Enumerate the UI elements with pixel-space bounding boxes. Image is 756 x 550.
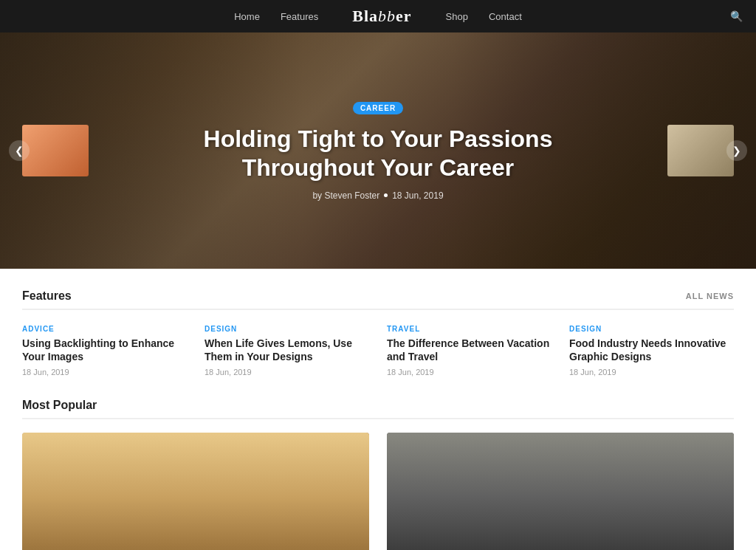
meta-separator <box>384 193 388 197</box>
features-title: Features <box>22 289 72 303</box>
chevron-left-icon: ❮ <box>15 145 24 157</box>
popular-card-1[interactable]: CAREER There Is No Way People Can Take T… <box>387 433 734 550</box>
features-grid: ADVICE Using Backlighting to Enhance You… <box>22 325 734 377</box>
all-news-link[interactable]: ALL NEWS <box>686 292 734 300</box>
chevron-right-icon: ❯ <box>732 145 741 157</box>
feature-title: The Difference Between Vacation and Trav… <box>387 337 551 363</box>
hero-thumbnail-left[interactable] <box>22 125 89 176</box>
feature-item-3[interactable]: DESIGN Food Industry Needs Innovative Gr… <box>569 325 734 377</box>
hero-title: Holding Tight to Your Passions Throughou… <box>171 125 585 182</box>
feature-title: When Life Gives Lemons, Use Them in Your… <box>205 337 369 363</box>
feature-item-0[interactable]: ADVICE Using Backlighting to Enhance You… <box>22 325 187 377</box>
popular-section: Most Popular IDEAS On Our Way to Give Yo… <box>0 391 756 550</box>
popular-card-bg-0 <box>22 433 369 550</box>
feature-item-2[interactable]: TRAVEL The Difference Between Vacation a… <box>387 325 551 377</box>
popular-grid: IDEAS On Our Way to Give You the Best Id… <box>22 433 734 550</box>
nav-features[interactable]: Features <box>281 11 318 22</box>
popular-card-bg-1 <box>387 433 734 550</box>
feature-date: 18 Jun, 2019 <box>205 368 369 377</box>
feature-category: ADVICE <box>22 325 187 333</box>
site-logo[interactable]: Blabber <box>352 7 411 26</box>
hero-badge: CAREER <box>353 102 403 114</box>
hero-date: 18 Jun, 2019 <box>392 190 443 201</box>
hero-prev-button[interactable]: ❮ <box>9 140 30 161</box>
feature-title: Using Backlighting to Enhance Your Image… <box>22 337 187 363</box>
feature-category: DESIGN <box>569 325 734 333</box>
hero-author: by Steven Foster <box>312 190 379 201</box>
popular-card-0[interactable]: IDEAS On Our Way to Give You the Best Id… <box>22 433 369 550</box>
popular-title: Most Popular <box>22 399 734 419</box>
popular-card-image-1: CAREER <box>387 433 734 550</box>
feature-category: TRAVEL <box>387 325 551 333</box>
hero-section: ❮ ❯ CAREER Holding Tight to Your Passion… <box>0 32 756 269</box>
hero-next-button[interactable]: ❯ <box>726 140 747 161</box>
features-header: Features ALL NEWS <box>22 289 734 310</box>
feature-category: DESIGN <box>205 325 369 333</box>
navbar: Home Features Blabber Shop Contact 🔍 <box>0 0 756 32</box>
nav-shop[interactable]: Shop <box>446 11 468 22</box>
hero-thumbnail-right[interactable] <box>667 125 734 176</box>
feature-date: 18 Jun, 2019 <box>387 368 551 377</box>
hero-content: CAREER Holding Tight to Your Passions Th… <box>171 100 585 201</box>
feature-date: 18 Jun, 2019 <box>22 368 187 377</box>
nav-home[interactable]: Home <box>234 11 260 22</box>
nav-links: Home Features Blabber Shop Contact <box>234 7 522 26</box>
feature-title: Food Industry Needs Innovative Graphic D… <box>569 337 734 363</box>
popular-card-image-0: IDEAS <box>22 433 369 550</box>
feature-item-1[interactable]: DESIGN When Life Gives Lemons, Use Them … <box>205 325 369 377</box>
hero-meta: by Steven Foster 18 Jun, 2019 <box>171 190 585 201</box>
features-section: Features ALL NEWS ADVICE Using Backlight… <box>0 269 756 391</box>
search-icon[interactable]: 🔍 <box>730 10 743 23</box>
feature-date: 18 Jun, 2019 <box>569 368 734 377</box>
nav-contact[interactable]: Contact <box>489 11 522 22</box>
